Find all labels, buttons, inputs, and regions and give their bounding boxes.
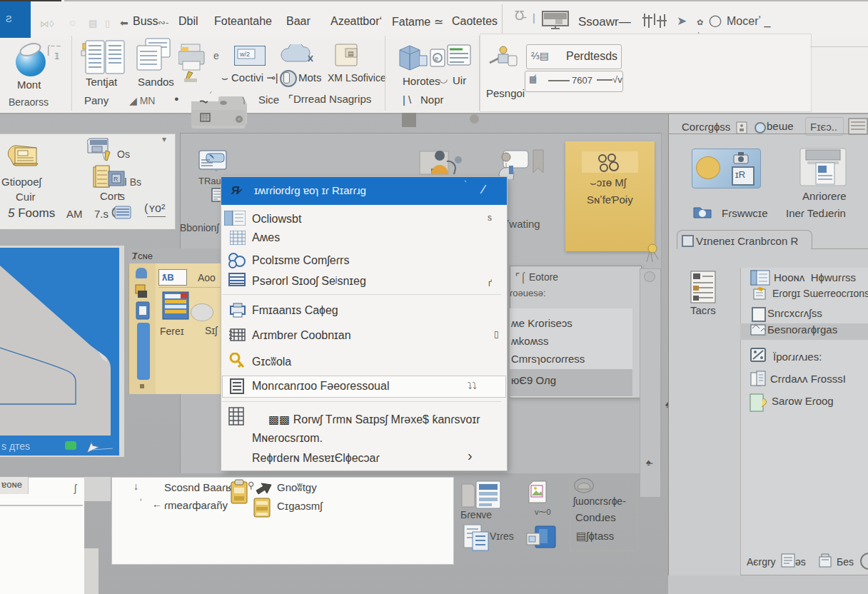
svg-text:R: R — [113, 176, 118, 183]
svg-text:ѕ дтеѕ: ѕ дтеѕ — [1, 441, 30, 452]
svg-text:w/2: w/2 — [239, 51, 250, 58]
svg-text:e: e — [435, 55, 438, 62]
svg-text:▤: ▤ — [348, 50, 354, 57]
